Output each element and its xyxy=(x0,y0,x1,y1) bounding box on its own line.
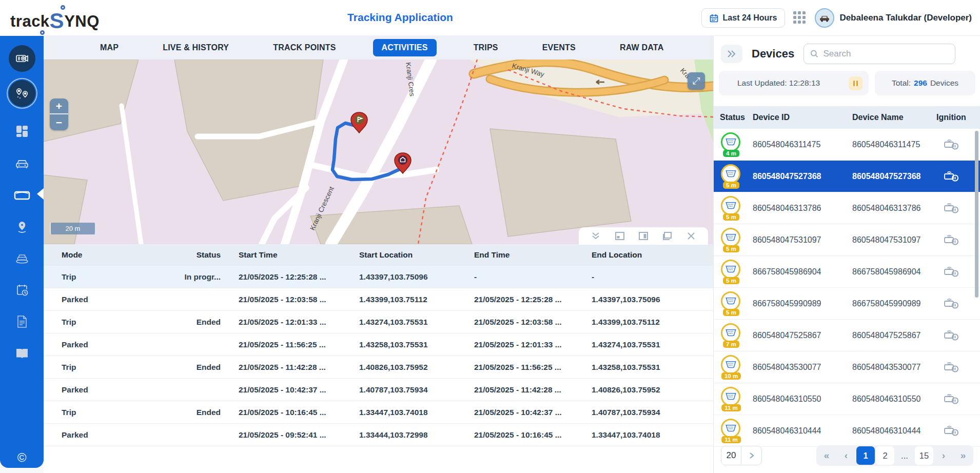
last-updated-box: Last Updated: 12:28:13 xyxy=(719,71,869,95)
device-row[interactable]: 4 m 860548046311475 860548046311475 xyxy=(714,129,980,161)
ignition-icon xyxy=(936,233,980,247)
map-scale-bar: 20 m xyxy=(50,223,96,234)
device-row[interactable]: 5 m 860548046313786 860548046313786 xyxy=(714,192,980,224)
pause-refresh-button[interactable] xyxy=(849,76,863,90)
report-icon[interactable] xyxy=(9,308,35,335)
device-status-icon xyxy=(721,228,740,247)
last-page-button[interactable]: » xyxy=(954,446,972,465)
status-badge: 5 m xyxy=(723,309,739,316)
tab-map[interactable]: MAP xyxy=(93,39,126,56)
tab-track-points[interactable]: TRACK POINTS xyxy=(266,39,343,56)
ignition-icon xyxy=(936,201,980,215)
ignition-icon xyxy=(936,360,980,375)
page-title: Tracking Application xyxy=(347,11,453,24)
devices-panel: Devices Last Updated: 12:28:13 Total: 29… xyxy=(713,36,980,473)
dashcam-icon[interactable] xyxy=(9,45,35,72)
tab-live-history[interactable]: LIVE & HISTORY xyxy=(155,39,236,56)
location-icon[interactable] xyxy=(9,214,35,241)
user-name: Debaleena Talukdar (Developer) xyxy=(839,13,972,23)
guide-icon[interactable] xyxy=(9,340,35,367)
time-range-button[interactable]: Last 24 Hours xyxy=(701,8,786,28)
tab-trips[interactable]: TRIPS xyxy=(466,39,505,56)
device-status-icon xyxy=(721,419,740,438)
col-device-name: Device Name xyxy=(852,113,936,122)
dock-left-icon[interactable] xyxy=(613,229,626,243)
next-page-button[interactable]: › xyxy=(934,446,953,465)
device-row[interactable]: 10 m 860548043530077 860548043530077 xyxy=(714,351,980,383)
devices-title: Devices xyxy=(752,47,794,61)
device-icon[interactable] xyxy=(9,182,35,209)
ignition-icon xyxy=(936,328,980,343)
status-badge: 5 m xyxy=(723,277,739,284)
device-row[interactable]: 11 m 860548046310444 860548046310444 xyxy=(714,415,980,447)
chevron-right-icon xyxy=(749,452,755,459)
page-1-button[interactable]: 1 xyxy=(856,446,875,465)
page-size-expand-button[interactable] xyxy=(741,446,762,465)
device-row[interactable]: 5 m 866758045990989 866758045990989 xyxy=(714,288,980,320)
activity-row[interactable]: Parked 21/05/2025 - 10:42:37 ... 1.40787… xyxy=(44,379,713,401)
duplicate-icon[interactable] xyxy=(660,229,674,243)
device-search[interactable] xyxy=(803,44,955,64)
activity-row[interactable]: Parked 21/05/2025 - 09:52:41 ... 1.33444… xyxy=(44,424,713,446)
ignition-icon xyxy=(936,265,980,279)
device-status-icon xyxy=(721,132,740,152)
status-badge: 11 m xyxy=(721,404,741,411)
device-row[interactable]: 5 m 866758045986904 866758045986904 xyxy=(714,256,980,288)
apps-grid-icon[interactable] xyxy=(793,11,807,25)
route-pins-icon[interactable] xyxy=(9,80,35,107)
page-15-button[interactable]: 15 xyxy=(915,446,933,465)
dock-right-icon[interactable] xyxy=(637,229,650,243)
device-status-icon xyxy=(721,355,740,375)
activity-row[interactable]: Trip Ended 21/05/2025 - 12:01:33 ... 1.4… xyxy=(44,311,713,333)
avatar xyxy=(815,8,834,28)
main-tabs: MAP LIVE & HISTORY TRACK POINTS ACTIVITI… xyxy=(44,36,713,60)
logo-track: track xyxy=(10,12,50,30)
collapse-panel-button[interactable] xyxy=(721,45,742,63)
status-badge: 5 m xyxy=(723,182,739,189)
col-status: Status xyxy=(164,250,221,260)
user-menu[interactable]: Debaleena Talukdar (Developer) xyxy=(815,8,972,28)
close-icon[interactable] xyxy=(684,229,698,243)
activity-row[interactable]: Parked 21/05/2025 - 11:56:25 ... 1.43258… xyxy=(44,333,713,356)
zoom-out-button[interactable]: − xyxy=(50,114,68,130)
col-device-id: Device ID xyxy=(753,113,852,122)
prev-page-button[interactable]: ‹ xyxy=(837,446,855,465)
device-status-icon xyxy=(721,291,740,311)
map-zoom-control: + − xyxy=(50,98,68,130)
vehicle-icon[interactable] xyxy=(9,150,35,177)
device-row[interactable]: 7 m 860548047525867 860548047525867 xyxy=(714,320,980,351)
brand-logo[interactable]: trackSYNQ xyxy=(10,7,100,32)
map-canvas[interactable]: Kranji Cres Kranji Crescent Kranji Way K… xyxy=(44,60,713,244)
status-badge: 10 m xyxy=(721,372,741,380)
activity-row[interactable]: Trip Ended 21/05/2025 - 11:42:28 ... 1.4… xyxy=(44,356,713,379)
driver-icon[interactable] xyxy=(9,245,35,271)
col-end-time: End Time xyxy=(474,250,592,260)
copyright-icon[interactable]: © xyxy=(9,444,35,471)
page-2-button[interactable]: 2 xyxy=(876,446,894,465)
tab-raw-data[interactable]: RAW DATA xyxy=(613,39,671,56)
activity-row[interactable]: Trip In progr... 21/05/2025 - 12:25:28 .… xyxy=(44,266,713,288)
tab-activities[interactable]: ACTIVITIES xyxy=(373,39,437,56)
device-row[interactable]: 5 m 860548047527368 860548047527368 xyxy=(714,161,980,192)
activities-toolbar xyxy=(579,227,708,245)
active-nav-arrow xyxy=(37,188,44,200)
first-page-button[interactable]: « xyxy=(817,446,836,465)
tab-events[interactable]: EVENTS xyxy=(535,39,583,56)
activity-row[interactable]: Trip Ended 21/05/2025 - 10:16:45 ... 1.3… xyxy=(44,401,713,424)
collapse-down-icon[interactable] xyxy=(589,229,602,243)
device-row[interactable]: 5 m 860548047531097 860548047531097 xyxy=(714,224,980,256)
device-row[interactable]: 11 m 860548046310550 860548046310550 xyxy=(714,383,980,415)
dashboard-icon[interactable] xyxy=(9,118,35,145)
page-size-value[interactable]: 20 xyxy=(721,446,741,465)
zoom-in-button[interactable]: + xyxy=(50,98,68,114)
scrollbar-thumb[interactable] xyxy=(975,131,978,298)
status-badge: 5 m xyxy=(723,245,739,252)
schedule-icon[interactable] xyxy=(9,277,35,303)
col-status: Status xyxy=(714,113,753,122)
search-input[interactable] xyxy=(824,49,949,59)
map-tiles: Kranji Cres Kranji Crescent Kranji Way K… xyxy=(44,60,713,244)
logo-dot xyxy=(40,30,45,35)
time-range-label: Last 24 Hours xyxy=(723,13,777,23)
activity-row[interactable]: Parked 21/05/2025 - 12:03:58 ... 1.43399… xyxy=(44,288,713,311)
expand-map-button[interactable]: ⤢ xyxy=(688,72,705,90)
